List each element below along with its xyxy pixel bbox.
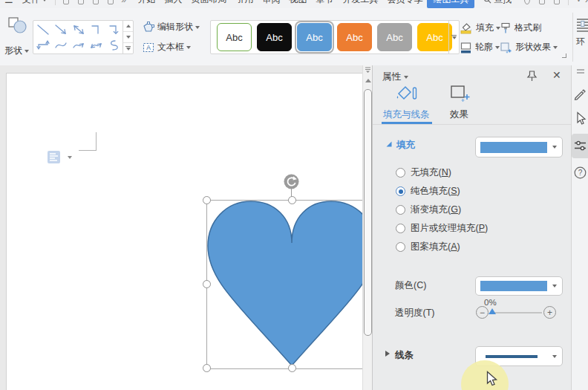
more-icon[interactable]: › xyxy=(585,0,588,5)
radio-button[interactable] xyxy=(396,186,405,196)
gallery-more-button[interactable] xyxy=(123,43,133,53)
resize-handle-bottom-left[interactable] xyxy=(203,364,211,372)
style-preset-6[interactable]: Abc xyxy=(417,23,452,51)
gallery-scroll-down-button[interactable] xyxy=(123,32,133,43)
transparency-slider-track[interactable] xyxy=(491,312,542,313)
fill-section-header[interactable]: 填充 xyxy=(396,139,415,152)
fill-option-P[interactable]: 图片或纹理填充(P) xyxy=(396,222,488,235)
radio-button[interactable] xyxy=(396,205,405,215)
format-painter-button[interactable]: 格式刷 xyxy=(500,22,541,34)
window-mode-icon[interactable] xyxy=(554,0,560,4)
share-icon[interactable] xyxy=(539,0,545,4)
select-tool-icon[interactable] xyxy=(572,111,588,126)
ruler-toggle-icon[interactable] xyxy=(365,67,371,73)
shape-gallery[interactable] xyxy=(33,20,134,54)
ribbon-tab-开始[interactable]: 开始 xyxy=(133,0,160,7)
print-icon[interactable] xyxy=(78,0,84,4)
style-preset-1[interactable]: Abc xyxy=(217,23,252,51)
panel-handle-icon[interactable] xyxy=(572,68,588,74)
tab-effects[interactable] xyxy=(450,82,471,104)
fill-option-N[interactable]: 无填充(N) xyxy=(396,166,451,179)
tab-effects-label[interactable]: 效果 xyxy=(450,108,468,121)
shape-effects-button[interactable]: 形状效果 xyxy=(500,41,558,53)
curved-double-arrow-connector-icon[interactable] xyxy=(89,39,104,51)
save-icon[interactable] xyxy=(63,0,69,4)
help-icon[interactable]: ? xyxy=(572,166,588,179)
scroll-up-button[interactable] xyxy=(365,79,371,82)
scrollbar-thumb[interactable] xyxy=(364,89,372,336)
paste-options-button[interactable] xyxy=(47,150,72,164)
freeform-s-curve-icon[interactable] xyxy=(107,39,122,51)
ribbon-tab-章节[interactable]: 章节 xyxy=(311,0,338,7)
ribbon-tab-页面布局[interactable]: 页面布局 xyxy=(186,0,231,7)
elbow-connector-icon[interactable] xyxy=(89,24,104,36)
ribbon-tab-审阅[interactable]: 审阅 xyxy=(258,0,284,7)
quick-format-icon[interactable] xyxy=(572,88,588,100)
ribbon-tab-视图[interactable]: 视图 xyxy=(284,0,311,7)
gallery-scroll-up-button[interactable] xyxy=(123,21,133,32)
document-page[interactable] xyxy=(6,73,363,390)
fill-option-S[interactable]: 纯色填充(S) xyxy=(396,185,460,198)
resize-handle-middle-left[interactable] xyxy=(203,280,211,288)
text-box-button[interactable]: A 文本框 xyxy=(143,41,191,53)
expand-line-icon[interactable] xyxy=(385,351,390,357)
transparency-increase-button[interactable]: + xyxy=(543,306,556,319)
sync-icon[interactable] xyxy=(524,0,530,4)
shape-style-gallery[interactable]: AbcAbcAbcAbcAbcAbc xyxy=(210,20,460,54)
radio-button[interactable] xyxy=(396,168,405,178)
ribbon-tab-开发工具[interactable]: 开发工具 xyxy=(338,0,382,7)
document-canvas[interactable] xyxy=(0,65,372,390)
fill-option-A[interactable]: 图案填充(A) xyxy=(396,241,460,253)
wrap-button[interactable]: 环 xyxy=(576,18,588,48)
shapes-button[interactable]: 形状 xyxy=(1,11,33,57)
resize-handle-bottom-center[interactable] xyxy=(288,364,296,372)
style-preset-5[interactable]: Abc xyxy=(377,23,412,51)
radio-button[interactable] xyxy=(396,224,405,233)
diagonal-line-icon[interactable] xyxy=(36,24,50,36)
preview-icon[interactable] xyxy=(93,0,99,4)
dialog-launcher-icon[interactable] xyxy=(562,53,566,58)
resize-handle-top-center[interactable] xyxy=(288,196,296,204)
elbow-arrow-connector-icon[interactable] xyxy=(107,24,122,36)
ribbon-tab-会员专享[interactable]: 会员专享 xyxy=(382,0,427,7)
ribbon-tab-插入[interactable]: 插入 xyxy=(160,0,186,7)
style-preset-2[interactable]: Abc xyxy=(257,23,292,51)
radio-button[interactable] xyxy=(396,242,405,252)
elbow-double-arrow-connector-icon[interactable] xyxy=(36,39,50,51)
main-menu-icon[interactable]: ☰ xyxy=(0,0,18,5)
style-gallery-more-button[interactable] xyxy=(449,21,459,53)
curved-connector-icon[interactable] xyxy=(53,39,68,51)
undo-icon[interactable] xyxy=(108,0,114,4)
fill-color-dropdown[interactable] xyxy=(475,137,563,157)
properties-tool-icon[interactable] xyxy=(572,140,588,152)
color-dropdown[interactable] xyxy=(475,276,563,296)
ribbon-tab-active[interactable]: 绘图工具 xyxy=(427,0,474,8)
rotate-handle[interactable] xyxy=(284,174,299,189)
close-icon[interactable]: ✕ xyxy=(552,69,561,81)
pin-icon[interactable] xyxy=(526,70,538,82)
quick-access-more-icon[interactable]: » xyxy=(121,0,126,5)
ribbon-tabs: 开始插入页面布局引用审阅视图章节开发工具会员专享绘图工具 xyxy=(133,0,474,8)
transparency-decrease-button[interactable]: − xyxy=(476,306,489,319)
collapse-fill-icon[interactable] xyxy=(385,140,393,148)
fill-button[interactable]: 填充 xyxy=(460,22,500,34)
curved-arrow-connector-icon[interactable] xyxy=(71,39,86,51)
outline-button[interactable]: 轮廓 xyxy=(460,41,500,53)
vertical-scrollbar[interactable] xyxy=(362,65,373,390)
tab-fill-and-line-label[interactable]: 填充与线条 xyxy=(383,108,430,121)
collapse-ribbon-icon[interactable]: ˅ xyxy=(576,0,581,5)
transparency-slider-thumb[interactable] xyxy=(489,308,496,314)
diagonal-arrow-icon[interactable] xyxy=(53,24,68,36)
style-preset-4[interactable]: Abc xyxy=(337,23,372,51)
line-section-header[interactable]: 线条 xyxy=(395,349,414,362)
ribbon-tab-引用[interactable]: 引用 xyxy=(231,0,258,7)
find-button[interactable]: 查找 xyxy=(479,0,516,6)
edit-shape-button[interactable]: 编辑形状 xyxy=(143,21,200,33)
color-swatch xyxy=(480,281,547,291)
tab-fill-and-line[interactable] xyxy=(393,82,419,104)
style-preset-3[interactable]: Abc xyxy=(297,23,332,51)
diagonal-double-arrow-icon[interactable] xyxy=(71,24,86,36)
file-menu[interactable]: 文件 xyxy=(18,0,51,6)
fill-option-G[interactable]: 渐变填充(G) xyxy=(396,204,461,216)
resize-handle-top-left[interactable] xyxy=(203,196,211,204)
